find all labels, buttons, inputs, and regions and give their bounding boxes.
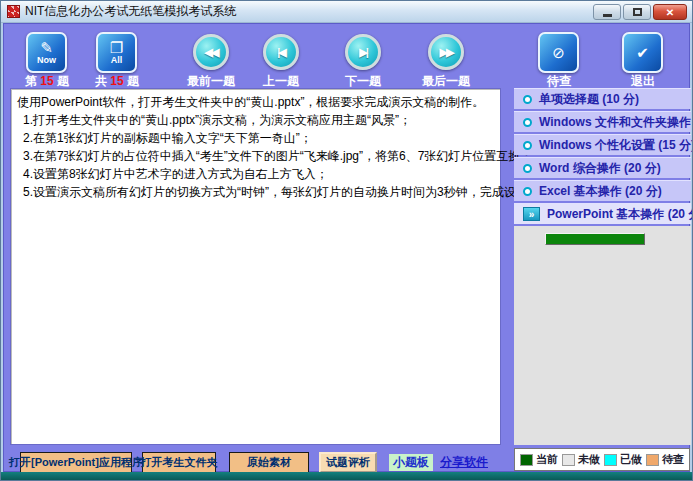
question-board-link[interactable]: 小题板: [389, 454, 433, 471]
circle-icon: [523, 95, 532, 104]
question-item: 5.设置演示文稿所有幻灯片的切换方式为“时钟”，每张幻灯片的自动换片时间为3秒钟…: [17, 183, 494, 201]
done-swatch: [604, 454, 617, 466]
question-button-panel: [514, 226, 691, 445]
first-question-button[interactable]: ◀◀: [193, 34, 229, 70]
not-done-swatch: [562, 454, 575, 466]
skip-to-last-icon: ▶▶: [440, 46, 453, 59]
now-button-text: Now: [37, 55, 56, 65]
total-questions-number: 15: [110, 74, 123, 88]
previous-icon: |◀: [277, 46, 285, 59]
sidebar-item-powerpoint-current[interactable]: » PowerPoint 基本操作 (20 分): [514, 203, 691, 224]
label-prefix: 第: [25, 74, 37, 88]
question-analysis-button[interactable]: 试题评析: [319, 452, 377, 473]
app-icon: [7, 5, 20, 18]
exit-button[interactable]: ✔: [622, 32, 663, 73]
skip-to-first-icon: ◀◀: [205, 46, 218, 59]
open-student-folder-button[interactable]: 打开考生文件夹: [142, 452, 216, 473]
section-sidebar: 单项选择题 (10 分) Windows 文件和文件夹操作 (15 分) Win…: [514, 88, 691, 445]
section-label: Excel 基本操作 (20 分): [539, 183, 662, 200]
close-button[interactable]: ✕: [653, 4, 687, 20]
question-panel: 使用PowerPoint软件，打开考生文件夹中的“黄山.pptx”，根据要求完成…: [10, 88, 501, 445]
current-question-view-button[interactable]: ✎ Now: [26, 32, 67, 73]
legend-not-done: 未做: [562, 452, 600, 467]
app-window: NIT信息化办公考试无纸笔模拟考试系统 ✕ ✎ Now ❐ All 第 15 题…: [0, 0, 693, 481]
label-suffix: 题: [127, 74, 139, 88]
sidebar-item-excel[interactable]: Excel 基本操作 (20 分): [514, 180, 691, 201]
original-material-button[interactable]: 原始素材: [229, 452, 309, 473]
previous-question-button[interactable]: |◀: [263, 34, 299, 70]
next-question-button[interactable]: ▶|: [345, 34, 381, 70]
double-arrow-icon: »: [523, 207, 540, 221]
review-swatch: [646, 454, 659, 466]
sidebar-item-windows-personalize[interactable]: Windows 个性化设置 (15 分): [514, 134, 691, 155]
section-label: 单项选择题 (10 分): [539, 91, 639, 108]
window-title: NIT信息化办公考试无纸笔模拟考试系统: [25, 3, 236, 20]
status-legend: 当前 未做 已做 待查: [514, 448, 690, 471]
app-body: ✎ Now ❐ All 第 15 题 共 15 题 ◀◀ 最前一题 |◀ 上一题…: [3, 23, 690, 472]
current-question-number: 15: [40, 74, 53, 88]
maximize-icon: [633, 8, 642, 16]
document-icon: ❐: [110, 41, 123, 55]
pencil-icon: ✎: [40, 41, 53, 55]
legend-current: 当前: [520, 452, 558, 467]
legend-label: 当前: [536, 452, 558, 467]
all-button-text: All: [111, 55, 123, 65]
legend-label: 未做: [578, 452, 600, 467]
circle-icon: [523, 187, 532, 196]
section-label: Word 综合操作 (20 分): [539, 160, 661, 177]
legend-label: 已做: [620, 452, 642, 467]
last-question-button[interactable]: ▶▶: [428, 34, 464, 70]
review-slash-icon: ⊘: [552, 46, 565, 60]
minimize-button[interactable]: [593, 4, 621, 20]
section-label: Windows 文件和文件夹操作 (15 分): [539, 114, 693, 131]
sidebar-item-single-choice[interactable]: 单项选择题 (10 分): [514, 88, 691, 109]
question-item: 3.在第7张幻灯片的占位符中插入“考生”文件下的图片“飞来峰.jpg”，将第6、…: [17, 147, 494, 165]
question-item: 1.打开考生文件夹中的“黄山.pptx”演示文稿，为演示文稿应用主题“风景”；: [17, 111, 494, 129]
window-bottom-frame: [1, 472, 692, 480]
legend-done: 已做: [604, 452, 642, 467]
titlebar: NIT信息化办公考试无纸笔模拟考试系统 ✕: [1, 1, 692, 23]
next-icon: ▶|: [359, 46, 367, 59]
window-controls: ✕: [593, 4, 687, 20]
mark-for-review-button[interactable]: ⊘: [538, 32, 579, 73]
circle-icon: [523, 118, 532, 127]
legend-review: 待查: [646, 452, 684, 467]
question-item: 2.在第1张幻灯片的副标题中输入文字“天下第一奇山”；: [17, 129, 494, 147]
section-label: PowerPoint 基本操作 (20 分): [547, 206, 693, 223]
question-item: 4.设置第8张幻灯片中艺术字的进入方式为自右上方飞入；: [17, 165, 494, 183]
label-prefix: 共: [95, 74, 107, 88]
maximize-button[interactable]: [623, 4, 651, 20]
open-application-button[interactable]: 打开[PowerPoint]应用程序: [20, 452, 132, 473]
all-questions-view-button[interactable]: ❐ All: [96, 32, 137, 73]
check-document-icon: ✔: [636, 46, 649, 60]
circle-icon: [523, 164, 532, 173]
section-label: Windows 个性化设置 (15 分): [539, 137, 693, 154]
sidebar-item-windows-files[interactable]: Windows 文件和文件夹操作 (15 分): [514, 111, 691, 132]
current-swatch: [520, 454, 533, 466]
question-button-current[interactable]: [545, 233, 645, 245]
minimize-icon: [603, 14, 612, 17]
share-software-link[interactable]: 分享软件: [436, 454, 492, 471]
sidebar-item-word[interactable]: Word 综合操作 (20 分): [514, 157, 691, 178]
label-suffix: 题: [57, 74, 69, 88]
question-intro: 使用PowerPoint软件，打开考生文件夹中的“黄山.pptx”，根据要求完成…: [17, 93, 494, 111]
close-icon: ✕: [666, 7, 674, 18]
legend-label: 待查: [662, 452, 684, 467]
circle-icon: [523, 141, 532, 150]
